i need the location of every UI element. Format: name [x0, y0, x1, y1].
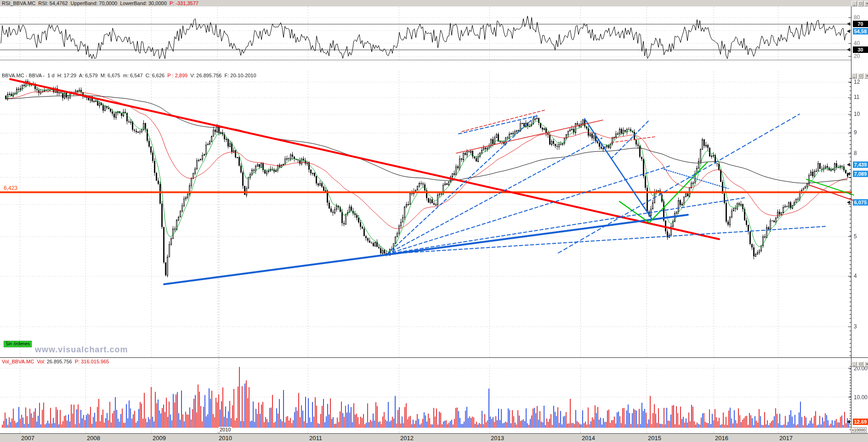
main-axis-label: 8 — [854, 150, 857, 156]
main-axis-badge: 7,439 — [853, 161, 868, 168]
rsi-symbol-label: RSI_BBVA.MC — [2, 0, 38, 6]
rsi-axis-badge: 30 — [853, 46, 868, 53]
main-axis-badge: 6,075 — [853, 199, 868, 206]
rsi-panel-restore-button[interactable]: □ — [858, 1, 863, 6]
year-label-2013: 2013 — [491, 435, 504, 442]
time-axis-strip[interactable] — [0, 433, 868, 442]
rsi-axis-label: 40 — [854, 40, 860, 46]
volume-symbol-label: Vol_BBVA.MC — [2, 359, 37, 364]
main-panel-restore-button[interactable]: □ — [858, 73, 863, 79]
rsi-indicator-header: RSI_BBVA.MC RSI: 54,4762 UpperBand: 70,0… — [2, 0, 199, 6]
volume-panel-close-button[interactable]: × — [864, 362, 868, 367]
year-label-2011: 2011 — [309, 435, 322, 442]
rsi-value-label: RSI: 54,4762 — [38, 0, 70, 6]
no-orders-badge[interactable]: Sin órdenes — [4, 341, 32, 347]
main-symbol-header: BBVA.MC - BBVA - 1 d H: 17:29 A: 6,579 M… — [2, 73, 256, 78]
year-label-2017: 2017 — [779, 435, 793, 442]
volume-vol-label: Vol: — [37, 359, 46, 364]
main-axis-label: 3 — [854, 323, 857, 330]
main-axis-label: 11 — [854, 94, 859, 100]
rsi-panel-buttons: _□× — [851, 1, 868, 6]
visualchart-watermark: www.visualchart.com — [35, 345, 128, 355]
main-axis-label: 4 — [854, 273, 857, 279]
year-label-2009: 2009 — [153, 435, 166, 442]
main-axis-label: 10 — [854, 111, 860, 117]
main-volume-date-label: V: 26.895.756 F: 20-10-2010 — [187, 73, 256, 78]
volume-unit-label: x10000 — [851, 427, 867, 433]
main-panel-close-button[interactable]: × — [864, 73, 868, 79]
rsi-lowerband-label: LowerBand: 30,0000 — [120, 0, 170, 6]
volume-axis-label: 10.00 — [854, 394, 868, 401]
rsi-axis-badge: 70 — [853, 21, 868, 27]
rsi-p-label: P: -331,3577 — [170, 0, 199, 6]
rsi-axis-label: 80 — [854, 14, 860, 21]
main-axis-label: 5 — [854, 233, 857, 240]
rsi-panel-minimize-button[interactable]: _ — [851, 1, 857, 6]
year-label-2015: 2015 — [648, 435, 661, 442]
volume-panel-minimize-button[interactable]: _ — [851, 362, 857, 367]
orange-level-label: 6,423 — [4, 185, 17, 191]
volume-vol-value: 26.895.756 — [47, 359, 72, 364]
volume-axis-badge: 12.69 — [853, 419, 868, 425]
main-p-label: P : 2,899 — [167, 73, 187, 78]
year-label-2010: 2010 — [219, 435, 232, 442]
main-axis-badge: 7,089 — [853, 171, 868, 177]
year-label-2007: 2007 — [21, 435, 34, 442]
cursor-date-label: 2010 — [219, 427, 232, 432]
year-label-2008: 2008 — [87, 435, 100, 442]
main-panel-buttons: _□× — [851, 73, 868, 79]
rsi-axis-label: 20 — [854, 53, 860, 59]
year-label-2014: 2014 — [582, 435, 595, 442]
year-label-2012: 2012 — [400, 435, 414, 442]
main-panel-minimize-button[interactable]: _ — [851, 73, 857, 79]
year-label-2016: 2016 — [715, 435, 728, 442]
volume-indicator-header: Vol_BBVA.MC Vol: 26.895.756 P: 316.015.9… — [2, 359, 109, 364]
volume-panel-restore-button[interactable]: □ — [858, 362, 863, 367]
rsi-axis-badge: 54,58 — [853, 28, 868, 34]
visual-chart-window: RSI_BBVA.MC RSI: 54,4762 UpperBand: 70,0… — [0, 0, 868, 442]
rsi-upperband-label: UpperBand: 70,0000 — [71, 0, 120, 6]
main-ohlc-label: BBVA.MC - BBVA - 1 d H: 17:29 A: 6,579 M… — [2, 73, 167, 78]
main-axis-label: 9 — [854, 129, 857, 136]
volume-p-label: P: 316.015.965 — [72, 359, 109, 364]
volume-panel-buttons: _□× — [851, 362, 868, 367]
rsi-panel-close-button[interactable]: × — [864, 1, 868, 6]
chart-canvas[interactable] — [0, 0, 868, 442]
main-axis-label: 12 — [854, 79, 860, 85]
